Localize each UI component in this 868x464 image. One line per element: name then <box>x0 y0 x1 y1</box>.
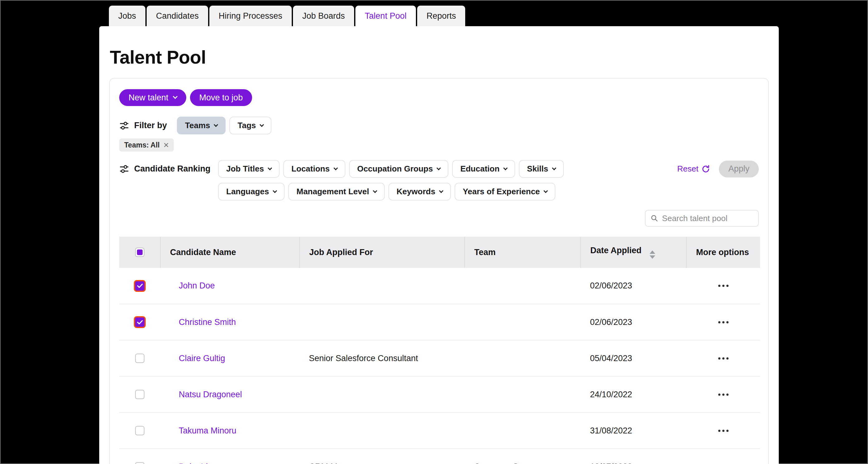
tab-reports[interactable]: Reports <box>417 6 466 26</box>
column-label: Date Applied <box>590 246 642 255</box>
date-applied-cell: 02/06/2023 <box>581 304 686 340</box>
tab-label: Hiring Processes <box>219 11 282 21</box>
team-cell <box>465 412 581 449</box>
chip-label: Keywords <box>397 187 435 196</box>
applied-filters-row: Teams: All × <box>119 138 759 152</box>
candidate-ranking-row: Candidate Ranking Job Titles Locations O… <box>119 160 759 200</box>
tab-candidates[interactable]: Candidates <box>147 6 208 26</box>
occupation-groups-filter-chip[interactable]: Occupation Groups <box>349 160 449 178</box>
locations-filter-chip[interactable]: Locations <box>283 160 345 178</box>
screen: Jobs Candidates Hiring Processes Job Boa… <box>0 0 868 464</box>
job-applied-cell <box>300 304 465 340</box>
filter-chips: Teams Tags <box>177 117 272 134</box>
tab-label: Candidates <box>156 11 199 21</box>
search-box[interactable] <box>645 210 759 227</box>
top-tab-bar: Jobs Candidates Hiring Processes Job Boa… <box>109 6 465 26</box>
chevron-down-icon <box>439 189 443 193</box>
select-all-checkbox[interactable] <box>135 247 145 257</box>
more-options-button[interactable] <box>686 285 760 287</box>
table-row: Claire Gultig Senior Salesforce Consulta… <box>119 340 760 376</box>
chevron-down-icon <box>334 166 338 170</box>
more-options-button[interactable] <box>686 357 760 360</box>
candidate-name-link[interactable]: John Doe <box>179 281 215 290</box>
chevron-down-icon <box>552 166 556 170</box>
main-panel: Talent Pool New talent Move to job Filte… <box>99 26 779 464</box>
row-checkbox[interactable] <box>135 390 145 399</box>
row-checkbox[interactable] <box>135 354 145 363</box>
candidate-ranking-label: Candidate Ranking <box>134 164 211 174</box>
candidate-name-link[interactable]: Natsu Dragoneel <box>179 390 242 399</box>
job-applied-cell: Senior Salesforce Consultant <box>300 340 465 376</box>
management-level-filter-chip[interactable]: Management Level <box>288 183 385 200</box>
row-checkbox[interactable] <box>134 316 146 328</box>
new-talent-button[interactable]: New talent <box>119 89 186 106</box>
chevron-down-icon <box>173 94 178 99</box>
ranking-chip-row-1: Job Titles Locations Occupation Groups E… <box>218 160 564 178</box>
chip-label: Education <box>460 164 499 174</box>
reset-button[interactable]: Reset <box>677 164 710 174</box>
job-applied-cell: CRM Manager <box>300 449 465 464</box>
tab-jobs[interactable]: Jobs <box>109 6 145 26</box>
row-checkbox[interactable] <box>134 280 146 292</box>
tab-label: Reports <box>427 11 456 21</box>
team-cell <box>465 340 581 376</box>
ranking-chip-row-2: Languages Management Level Keywords Year… <box>218 183 564 200</box>
move-to-job-button[interactable]: Move to job <box>190 89 252 106</box>
column-label: Candidate Name <box>170 247 236 257</box>
languages-filter-chip[interactable]: Languages <box>218 183 284 200</box>
column-header-date-applied[interactable]: Date Applied <box>581 237 686 268</box>
chevron-down-icon <box>273 189 277 193</box>
tab-hiring-processes[interactable]: Hiring Processes <box>209 6 292 26</box>
row-checkbox[interactable] <box>135 462 145 464</box>
teams-all-tag[interactable]: Teams: All × <box>119 138 174 152</box>
sort-icon[interactable] <box>650 251 655 259</box>
teams-all-tag-label: Teams: All <box>124 141 160 150</box>
skills-filter-chip[interactable]: Skills <box>519 160 564 178</box>
search-input[interactable] <box>662 213 753 223</box>
keywords-filter-chip[interactable]: Keywords <box>389 183 451 200</box>
filter-by-label: Filter by <box>134 121 167 130</box>
chip-label: Languages <box>226 187 269 196</box>
job-titles-filter-chip[interactable]: Job Titles <box>218 160 280 178</box>
candidate-name-link[interactable]: Doku Ida <box>179 462 213 464</box>
tab-label: Talent Pool <box>365 11 407 21</box>
tab-label: Jobs <box>118 11 136 21</box>
tags-chip-label: Tags <box>238 121 256 130</box>
table-row: Natsu Dragoneel 24/10/2022 <box>119 376 760 412</box>
row-checkbox[interactable] <box>135 426 145 435</box>
teams-chip-label: Teams <box>185 121 210 130</box>
tab-job-boards[interactable]: Job Boards <box>293 6 354 26</box>
chevron-down-icon <box>436 166 441 170</box>
chevron-down-icon <box>544 189 548 193</box>
apply-button[interactable]: Apply <box>719 161 759 177</box>
search-row <box>119 210 759 227</box>
candidate-name-link[interactable]: Takuma Minoru <box>179 426 237 435</box>
job-applied-cell <box>300 376 465 412</box>
chip-label: Occupation Groups <box>357 164 433 174</box>
more-options-button[interactable] <box>686 321 760 323</box>
reset-label: Reset <box>677 164 699 174</box>
ranking-chips: Job Titles Locations Occupation Groups E… <box>218 160 564 200</box>
candidate-ranking-label-group: Candidate Ranking <box>119 160 218 178</box>
more-options-button[interactable] <box>686 430 760 432</box>
date-applied-cell: 05/04/2023 <box>581 340 686 376</box>
tab-talent-pool[interactable]: Talent Pool <box>355 6 416 26</box>
chevron-down-icon <box>214 123 218 127</box>
column-header-job-applied-for: Job Applied For <box>300 237 465 268</box>
tags-filter-chip[interactable]: Tags <box>229 117 272 134</box>
candidate-name-link[interactable]: Christine Smith <box>179 318 236 327</box>
table-header-row: Candidate Name Job Applied For Team Date… <box>119 237 760 268</box>
teams-filter-chip[interactable]: Teams <box>177 117 225 134</box>
remove-tag-icon[interactable]: × <box>163 140 169 150</box>
check-icon <box>137 284 143 288</box>
table-row: John Doe 02/06/2023 <box>119 268 760 304</box>
table-row: Takuma Minoru 31/08/2022 <box>119 412 760 449</box>
team-cell <box>465 376 581 412</box>
apply-label: Apply <box>728 164 749 174</box>
search-icon <box>651 214 658 223</box>
candidate-name-link[interactable]: Claire Gultig <box>179 354 225 363</box>
date-applied-cell: 02/06/2023 <box>581 268 686 304</box>
years-of-experience-filter-chip[interactable]: Years of Experience <box>455 183 555 200</box>
education-filter-chip[interactable]: Education <box>452 160 515 178</box>
more-options-button[interactable] <box>686 394 760 396</box>
